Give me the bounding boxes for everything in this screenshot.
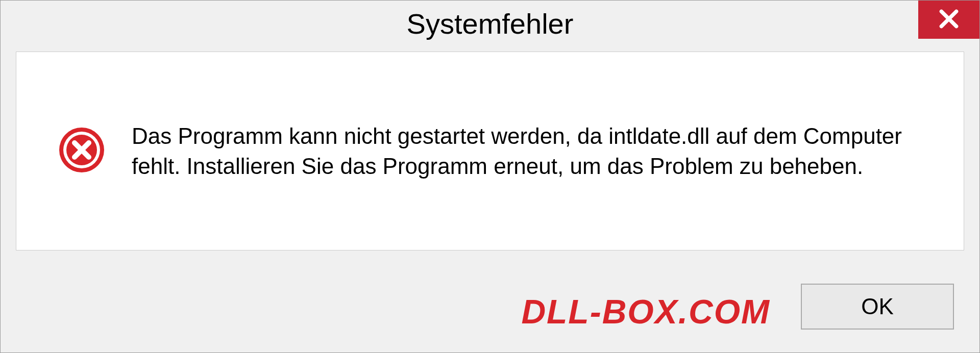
error-icon — [57, 125, 106, 176]
close-icon — [938, 8, 960, 32]
content-panel: Das Programm kann nicht gestartet werden… — [16, 52, 964, 250]
ok-button[interactable]: OK — [801, 284, 954, 330]
titlebar: Systemfehler — [1, 1, 979, 46]
close-button[interactable] — [918, 1, 979, 39]
error-dialog: Systemfehler Das Programm kann nicht ges… — [0, 0, 980, 353]
dialog-title: Systemfehler — [407, 7, 574, 40]
ok-button-label: OK — [861, 294, 894, 319]
dialog-footer: DLL-BOX.COM OK — [1, 271, 979, 352]
watermark-text: DLL-BOX.COM — [521, 292, 770, 331]
error-message: Das Programm kann nicht gestartet werden… — [132, 121, 943, 182]
